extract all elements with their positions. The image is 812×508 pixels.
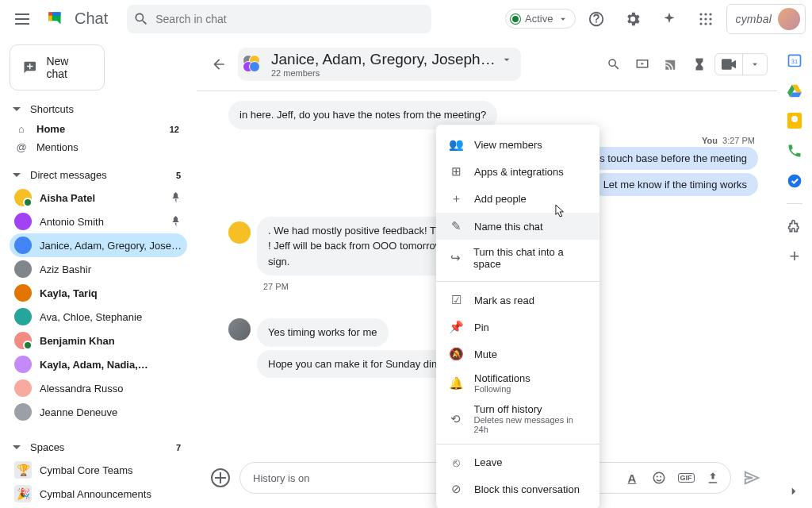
menu-item[interactable]: ⊘Block this conversation <box>436 475 599 502</box>
menu-item-label: Notifications <box>474 372 530 384</box>
avatar <box>14 260 32 278</box>
presence-chip[interactable]: Active <box>505 9 576 29</box>
menu-item[interactable]: ⟲Turn off historyDeletes new messages in… <box>436 398 599 439</box>
format-icon: A <box>628 471 637 485</box>
drive-app-button[interactable] <box>787 83 802 98</box>
svg-point-9 <box>710 22 712 25</box>
tasks-app-button[interactable] <box>787 173 802 189</box>
menu-item-icon: 👥 <box>449 137 463 152</box>
dm-item[interactable]: Alessandra Russo <box>10 376 187 400</box>
svg-point-7 <box>700 22 703 25</box>
conversation-title-chip[interactable]: Janice, Adam, Gregory, Joseph… 22 member… <box>238 48 521 81</box>
chevron-down-icon <box>557 13 569 25</box>
conversation-options-menu: 👥View members⊞Apps & integrations＋Add pe… <box>436 125 599 508</box>
camera-icon <box>722 59 736 70</box>
search-bar[interactable] <box>127 5 431 33</box>
dm-item[interactable]: Kayla, Tariq <box>10 281 187 305</box>
conv-search-button[interactable] <box>600 51 627 78</box>
drive-icon <box>787 83 802 98</box>
menu-item-icon: ＋ <box>449 191 463 206</box>
collapse-rail-button[interactable] <box>787 484 802 500</box>
space-item[interactable]: 🎉Cymbal Announcements <box>10 482 187 506</box>
avatar <box>14 308 32 325</box>
menu-item[interactable]: 📌Pin <box>436 314 599 341</box>
space-avatar: 🎉 <box>14 485 32 502</box>
avatar <box>14 356 32 373</box>
meet-split-button[interactable] <box>714 53 768 75</box>
nav-mentions[interactable]: @ Mentions <box>10 138 187 156</box>
menu-item-sublabel: Deletes new messages in 24h <box>473 415 587 434</box>
gif-button[interactable]: GIF <box>675 467 697 489</box>
user-avatar[interactable] <box>778 8 800 30</box>
org-name: cymbal <box>735 13 772 25</box>
dm-item[interactable]: Ava, Chloe, Stephanie <box>10 305 187 329</box>
svg-text:31: 31 <box>791 58 798 65</box>
menu-item[interactable]: ＋Add people <box>436 185 599 213</box>
calendar-app-button[interactable]: 31 <box>787 52 802 68</box>
upload-button[interactable] <box>702 467 724 489</box>
dm-item[interactable]: Jeanne Deneuve <box>10 400 187 424</box>
svg-point-6 <box>710 17 712 20</box>
dm-item[interactable]: Aisha Patel <box>10 186 187 210</box>
new-chat-button[interactable]: New chat <box>10 44 105 90</box>
presence-dot-icon <box>511 14 520 24</box>
menu-item[interactable]: ↪Turn this chat into a space <box>436 240 599 276</box>
svg-point-8 <box>705 22 707 25</box>
cast-button[interactable] <box>657 51 684 78</box>
arrow-left-icon <box>211 56 227 72</box>
dm-item[interactable]: Janice, Adam, Gregory, Joseph,… <box>10 233 187 257</box>
product-name: Chat <box>75 10 108 28</box>
back-button[interactable] <box>206 52 232 77</box>
dm-item[interactable]: Antonio Smith <box>10 210 187 233</box>
spaces-header[interactable]: Spaces 7 <box>10 437 187 458</box>
settings-button[interactable] <box>617 3 649 35</box>
sparkle-icon <box>661 11 677 27</box>
format-button[interactable]: A <box>621 467 643 489</box>
nav-home[interactable]: ⌂ Home 12 <box>10 120 187 138</box>
menu-button[interactable] <box>6 3 38 35</box>
space-label: Cymbal Announcements <box>40 488 182 500</box>
help-button[interactable] <box>580 3 612 35</box>
dm-item[interactable]: Aziz Bashir <box>10 257 187 281</box>
menu-item[interactable]: ⊞Apps & integrations <box>436 158 599 185</box>
menu-item-label: Apps & integrations <box>474 166 564 178</box>
meet-dropdown-button[interactable] <box>742 54 767 75</box>
sidebar: New chat Shortcuts ⌂ Home 12 @ Mentions … <box>0 38 197 508</box>
svg-point-5 <box>705 17 707 20</box>
emoji-button[interactable] <box>648 467 670 489</box>
plus-icon <box>215 472 226 483</box>
shortcuts-header[interactable]: Shortcuts <box>10 98 187 120</box>
menu-item[interactable]: ⎋Leave <box>436 449 599 475</box>
dm-label: Janice, Adam, Gregory, Joseph,… <box>40 240 182 252</box>
menu-item[interactable]: 🔕Mute <box>436 341 599 368</box>
conversation-title: Janice, Adam, Gregory, Joseph… <box>271 51 496 68</box>
dm-item[interactable]: Kayla, Adam, Nadia,… <box>10 352 187 376</box>
menu-item[interactable]: ☑Mark as read <box>436 287 599 314</box>
apps-button[interactable] <box>690 3 722 35</box>
dm-label: Benjamin Khan <box>40 335 182 347</box>
dm-item[interactable]: Benjamin Khan <box>10 329 187 352</box>
calls-app-button[interactable] <box>787 143 802 159</box>
present-button[interactable] <box>629 51 656 78</box>
menu-item-icon: ☑ <box>449 293 463 307</box>
avatar <box>14 284 32 302</box>
space-item[interactable]: 🏆Cymbal Core Teams <box>10 458 187 482</box>
extensions-button[interactable] <box>787 218 802 234</box>
send-button[interactable] <box>741 467 763 489</box>
sparkle-button[interactable] <box>653 3 685 35</box>
hourglass-button[interactable] <box>686 51 713 78</box>
dm-header[interactable]: Direct messages 5 <box>10 164 187 186</box>
svg-point-11 <box>657 476 658 478</box>
start-meet-button[interactable] <box>715 54 742 75</box>
menu-item[interactable]: ✎Name this chat <box>436 213 599 240</box>
search-input[interactable] <box>155 13 425 25</box>
avatar <box>14 213 32 230</box>
org-switcher[interactable]: cymbal <box>726 4 806 34</box>
add-attachment-button[interactable] <box>211 468 230 487</box>
menu-item[interactable]: 👥View members <box>436 131 599 158</box>
keep-app-button[interactable] <box>787 113 802 129</box>
tasks-icon <box>787 173 802 189</box>
chevron-down-icon <box>749 59 760 70</box>
menu-item[interactable]: 🔔NotificationsFollowing <box>436 368 599 398</box>
add-app-button[interactable]: + <box>787 248 802 264</box>
